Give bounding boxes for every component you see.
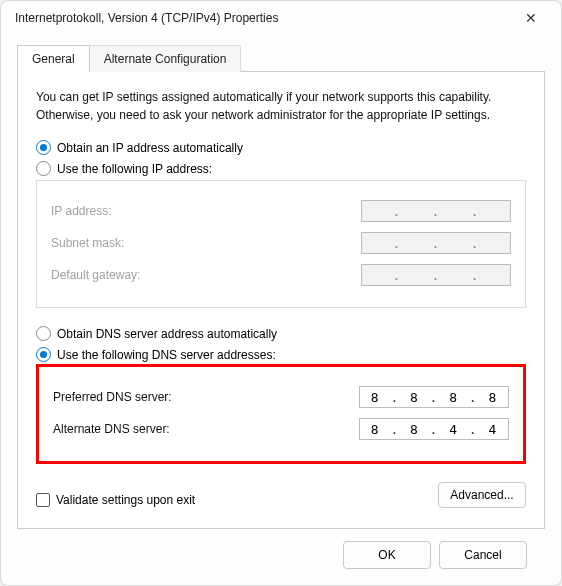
- row-subnet: Subnet mask: ...: [51, 231, 511, 255]
- checkbox-icon: [36, 493, 50, 507]
- content-area: General Alternate Configuration You can …: [1, 35, 561, 585]
- radio-icon: [36, 140, 51, 155]
- tab-strip: General Alternate Configuration: [17, 45, 545, 72]
- tab-alternate[interactable]: Alternate Configuration: [90, 45, 242, 72]
- ip-fields-group: IP address: ... Subnet mask: ... Default…: [36, 180, 526, 308]
- validate-advanced-row: Validate settings upon exit Advanced...: [36, 482, 526, 508]
- octet-value: 8: [401, 390, 427, 405]
- subnet-input: ...: [361, 232, 511, 254]
- octet-value: 8: [480, 390, 506, 405]
- row-alternate-dns: Alternate DNS server: 8. 8. 4. 4: [53, 417, 509, 441]
- alternate-dns-input[interactable]: 8. 8. 4. 4: [359, 418, 509, 440]
- cancel-button-label: Cancel: [464, 548, 501, 562]
- gateway-label: Default gateway:: [51, 268, 361, 282]
- preferred-dns-label: Preferred DNS server:: [53, 390, 359, 404]
- titlebar: Internetprotokoll, Version 4 (TCP/IPv4) …: [1, 1, 561, 35]
- radio-ip-auto[interactable]: Obtain an IP address automatically: [36, 140, 526, 155]
- radio-dns-auto[interactable]: Obtain DNS server address automatically: [36, 326, 526, 341]
- tab-alternate-label: Alternate Configuration: [104, 52, 227, 66]
- dns-fields-group: Preferred DNS server: 8. 8. 8. 8 Alterna…: [36, 364, 526, 464]
- octet-value: 4: [480, 422, 506, 437]
- octet-value: 4: [441, 422, 467, 437]
- tab-general[interactable]: General: [17, 45, 90, 72]
- row-ip-address: IP address: ...: [51, 199, 511, 223]
- validate-checkbox[interactable]: Validate settings upon exit: [36, 493, 195, 507]
- preferred-dns-input[interactable]: 8. 8. 8. 8: [359, 386, 509, 408]
- dialog-window: Internetprotokoll, Version 4 (TCP/IPv4) …: [0, 0, 562, 586]
- validate-label: Validate settings upon exit: [56, 493, 195, 507]
- description-text: You can get IP settings assigned automat…: [36, 88, 526, 124]
- ip-address-input: ...: [361, 200, 511, 222]
- tab-general-label: General: [32, 52, 75, 66]
- radio-ip-manual[interactable]: Use the following IP address:: [36, 161, 526, 176]
- radio-dns-manual-label: Use the following DNS server addresses:: [57, 348, 276, 362]
- dialog-footer: OK Cancel: [17, 529, 545, 585]
- radio-dns-auto-label: Obtain DNS server address automatically: [57, 327, 277, 341]
- advanced-button[interactable]: Advanced...: [438, 482, 526, 508]
- radio-ip-manual-label: Use the following IP address:: [57, 162, 212, 176]
- radio-dns-manual[interactable]: Use the following DNS server addresses:: [36, 347, 526, 362]
- octet-value: 8: [401, 422, 427, 437]
- ok-button-label: OK: [378, 548, 395, 562]
- row-preferred-dns: Preferred DNS server: 8. 8. 8. 8: [53, 385, 509, 409]
- octet-value: 8: [362, 422, 388, 437]
- alternate-dns-label: Alternate DNS server:: [53, 422, 359, 436]
- advanced-button-label: Advanced...: [450, 488, 513, 502]
- radio-icon: [36, 161, 51, 176]
- close-icon[interactable]: ✕: [515, 6, 547, 30]
- octet-value: 8: [441, 390, 467, 405]
- radio-icon: [36, 347, 51, 362]
- radio-icon: [36, 326, 51, 341]
- row-gateway: Default gateway: ...: [51, 263, 511, 287]
- window-title: Internetprotokoll, Version 4 (TCP/IPv4) …: [15, 11, 278, 25]
- tabpanel-general: You can get IP settings assigned automat…: [17, 71, 545, 529]
- cancel-button[interactable]: Cancel: [439, 541, 527, 569]
- octet-value: 8: [362, 390, 388, 405]
- ok-button[interactable]: OK: [343, 541, 431, 569]
- gateway-input: ...: [361, 264, 511, 286]
- ip-address-label: IP address:: [51, 204, 361, 218]
- radio-ip-auto-label: Obtain an IP address automatically: [57, 141, 243, 155]
- subnet-label: Subnet mask:: [51, 236, 361, 250]
